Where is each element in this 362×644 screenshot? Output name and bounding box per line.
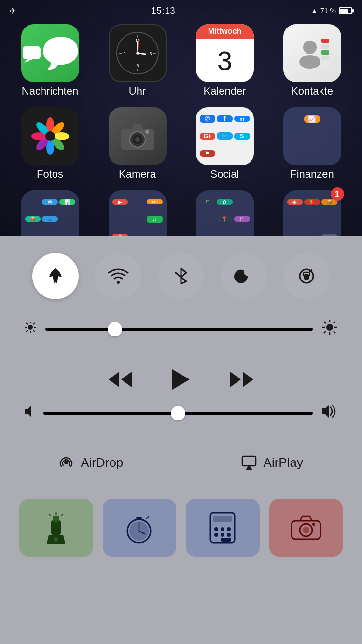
airplane-toggle-icon: [46, 266, 65, 286]
svg-point-95: [312, 523, 315, 526]
timer-button[interactable]: [103, 499, 177, 557]
clock-svg-icon: 12 6 3 9: [116, 31, 159, 75]
svg-rect-0: [23, 46, 41, 59]
brightness-thumb[interactable]: [108, 322, 122, 336]
svg-point-71: [54, 537, 58, 542]
svg-text:9: 9: [123, 51, 125, 56]
app-icon-finanzen[interactable]: 📈: [283, 107, 341, 165]
app-kalender[interactable]: Mittwoch 3 Kalender: [183, 24, 266, 98]
app-kamera[interactable]: Kamera: [96, 107, 179, 181]
svg-line-55: [334, 331, 335, 333]
svg-point-65: [64, 461, 68, 464]
bluetooth-toggle-icon: [174, 266, 188, 287]
app-uhr[interactable]: 12 6 3 9 Uhr: [96, 24, 179, 98]
app-label-social: Social: [210, 168, 239, 181]
app-finanzen[interactable]: 📈 Finanzen: [271, 107, 353, 181]
app-fotos[interactable]: Fotos: [9, 107, 91, 181]
app-icon-folder1[interactable]: W 📊 📦 ☁: [21, 190, 79, 237]
app-icon-kalender[interactable]: Mittwoch 3: [196, 24, 254, 82]
forward-button[interactable]: [229, 370, 254, 389]
brightness-slider-section: [0, 314, 362, 344]
airdrop-separator: [0, 427, 362, 427]
battery-icon: [339, 7, 352, 14]
app-icon-kontakte[interactable]: [283, 24, 341, 82]
clock-display: 15:13: [152, 6, 176, 16]
airplay-button[interactable]: AirPlay: [181, 440, 362, 485]
svg-marker-63: [25, 406, 31, 417]
app-label-nachrichten: Nachrichten: [22, 85, 78, 98]
svg-line-57: [324, 331, 326, 333]
flashlight-button[interactable]: [19, 499, 93, 557]
svg-text:3: 3: [149, 51, 152, 56]
app-icon-fotos[interactable]: [21, 107, 79, 165]
rotation-lock-toggle[interactable]: [283, 253, 330, 299]
svg-line-46: [33, 330, 35, 332]
airdrop-icon: [57, 454, 75, 471]
svg-line-74: [61, 514, 63, 516]
svg-point-85: [221, 527, 224, 531]
svg-point-19: [303, 41, 317, 54]
app-folder4[interactable]: ◉ 🍓 📦 aa 1 -: [271, 190, 353, 237]
bluetooth-toggle[interactable]: [158, 253, 204, 299]
do-not-disturb-toggle[interactable]: [221, 253, 267, 299]
svg-rect-38: [304, 274, 309, 280]
volume-slider[interactable]: [43, 412, 313, 415]
app-icon-social[interactable]: ✆ f m G+ 🐦 S ⚑: [196, 107, 254, 165]
toggle-row: [0, 236, 362, 314]
airplane-mode-toggle[interactable]: [32, 253, 79, 299]
app-label-fotos: Fotos: [37, 168, 63, 181]
app-icon-uhr[interactable]: 12 6 3 9: [109, 24, 167, 82]
brightness-slider[interactable]: [45, 328, 313, 331]
airdrop-button[interactable]: AirDrop: [0, 440, 181, 485]
sun-small-icon: [24, 321, 37, 334]
svg-point-88: [221, 533, 224, 537]
photos-svg-icon: [28, 114, 72, 158]
svg-line-81: [147, 517, 149, 518]
calculator-button[interactable]: [186, 499, 260, 557]
svg-rect-66: [242, 456, 256, 466]
airdrop-airplay-row: AirDrop AirPlay: [0, 440, 362, 485]
svg-point-49: [326, 324, 333, 331]
app-label-kontakte: Kontakte: [291, 85, 333, 98]
airplane-status-icon: ✈: [10, 7, 16, 15]
svg-marker-60: [172, 369, 190, 390]
forward-icon: [229, 370, 254, 389]
volume-thumb[interactable]: [171, 406, 185, 420]
svg-point-36: [117, 281, 120, 284]
app-folder2[interactable]: ▶ amz ♫ X -: [96, 190, 179, 237]
volume-slider-section: [0, 395, 362, 427]
brightness-low-icon: [24, 321, 37, 337]
app-social[interactable]: ✆ f m G+ 🐦 S ⚑ Social: [183, 107, 266, 181]
app-icon-folder2[interactable]: ▶ amz ♫ X: [109, 190, 167, 237]
app-icon-kamera[interactable]: [109, 107, 167, 165]
svg-rect-80: [139, 513, 139, 517]
svg-point-34: [135, 137, 140, 142]
play-button[interactable]: [171, 368, 191, 391]
app-folder1[interactable]: W 📊 📦 ☁ -: [9, 190, 91, 237]
rewind-icon: [108, 370, 133, 389]
sun-large-icon: [321, 319, 338, 336]
svg-marker-1: [24, 59, 32, 63]
quick-access-row: [0, 485, 362, 570]
svg-rect-68: [51, 520, 61, 535]
app-folder3[interactable]: □ ✿ 📍 P -: [183, 190, 266, 237]
airplay-label: AirPlay: [264, 455, 303, 470]
app-kontakte[interactable]: Kontakte: [271, 24, 353, 98]
airplane-mode-indicator: ✈: [10, 6, 16, 15]
svg-line-48: [26, 330, 28, 332]
camera-quick-button[interactable]: [269, 499, 343, 557]
control-center: AirDrop AirPlay: [0, 236, 362, 644]
flashlight-icon: [44, 511, 68, 545]
app-nachrichten[interactable]: Nachrichten: [9, 24, 91, 98]
rewind-button[interactable]: [108, 370, 133, 389]
svg-rect-17: [321, 50, 329, 55]
svg-line-54: [324, 322, 326, 323]
app-icon-nachrichten[interactable]: [21, 24, 79, 82]
battery-fill: [340, 9, 348, 13]
svg-rect-91: [221, 538, 231, 542]
volume-low-icon: [24, 405, 35, 421]
svg-rect-83: [213, 516, 232, 522]
camera-quick-icon: [290, 513, 322, 542]
app-icon-folder3[interactable]: □ ✿ 📍 P: [196, 190, 254, 237]
wifi-toggle[interactable]: [95, 253, 141, 299]
